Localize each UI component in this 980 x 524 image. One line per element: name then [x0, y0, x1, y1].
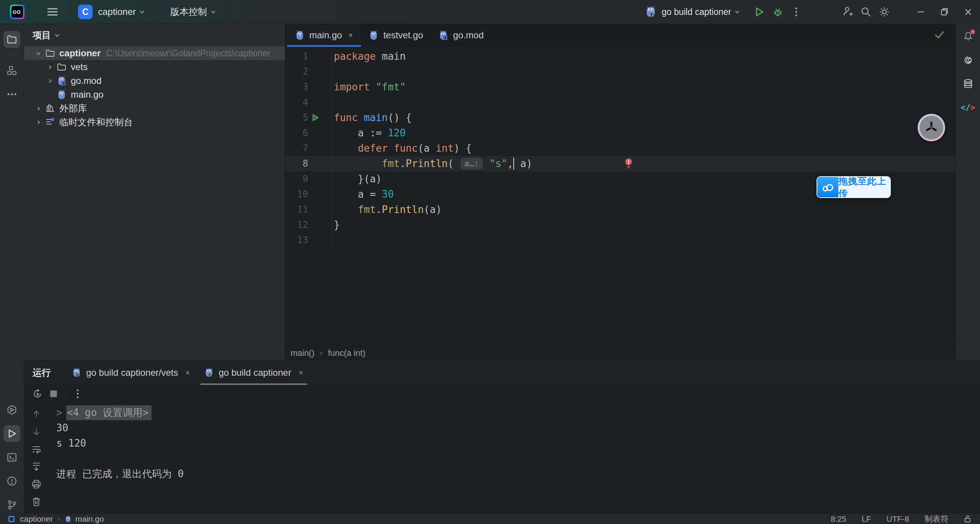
editor-tab-go-mod[interactable]: go.mod	[431, 24, 491, 46]
tree-item---------[interactable]: 临时文件和控制台	[24, 115, 285, 129]
scroll-to-end-button[interactable]	[28, 460, 44, 473]
code-line-1[interactable]: 1package main	[285, 49, 956, 64]
structure-tool-button[interactable]	[3, 62, 20, 79]
code-line-6[interactable]: 6 a := 120	[285, 125, 956, 141]
notifications-button[interactable]	[960, 28, 977, 45]
code-line-11[interactable]: 11 fmt.Println(a)	[285, 202, 956, 217]
minimize-button[interactable]	[909, 0, 933, 24]
project-tool-button[interactable]	[3, 31, 20, 48]
tree-item-captioner[interactable]: captionerC:\Users\meowr\GolandProjects\c…	[24, 46, 285, 60]
tree-expand-toggle[interactable]	[33, 51, 44, 56]
tree-item----[interactable]: 外部库	[24, 102, 285, 115]
database-button[interactable]	[960, 75, 977, 92]
line-number[interactable]: 4	[285, 97, 308, 108]
debug-button[interactable]	[769, 3, 787, 20]
run-tab-go-build-captioner-vets[interactable]: go build captioner/vets	[65, 360, 197, 385]
tree-item-main-go[interactable]: main.go	[24, 88, 285, 102]
intention-bulb[interactable]	[624, 158, 633, 169]
breadcrumb-item[interactable]: func(a int)	[328, 348, 366, 358]
indent-style[interactable]: 制表符	[924, 514, 949, 524]
intention-bulb-icon[interactable]	[624, 158, 633, 169]
close-window-button[interactable]	[956, 0, 980, 24]
code-token	[334, 142, 358, 154]
line-ending[interactable]: LF	[862, 514, 871, 524]
project-widget[interactable]: C captioner	[62, 3, 149, 20]
rerun-button[interactable]	[29, 386, 46, 401]
close-tab-icon[interactable]	[298, 370, 304, 375]
run-button[interactable]	[750, 3, 769, 20]
console-output[interactable]: ><4 go 设置调用>30s 120进程 已完成，退出代码为 0	[49, 403, 980, 513]
line-number[interactable]: 9	[285, 174, 308, 184]
next-occurrence-button[interactable]	[28, 426, 44, 438]
rerun-icon	[32, 388, 43, 399]
close-tab-icon[interactable]	[348, 33, 353, 38]
tree-expand-toggle[interactable]	[44, 78, 56, 84]
run-tab-go-build-captioner[interactable]: go build captioner	[197, 360, 310, 385]
code-line-3[interactable]: 3import "fmt"	[285, 79, 956, 95]
run-line-icon[interactable]	[311, 113, 320, 122]
line-number[interactable]: 1	[285, 51, 308, 62]
line-number[interactable]: 2	[285, 66, 308, 77]
terminal-tool-button[interactable]	[3, 449, 20, 466]
tree-item-vets[interactable]: vets	[24, 60, 285, 74]
drag-upload-widget[interactable]: 拖拽至此上传	[817, 176, 891, 198]
line-number[interactable]: 13	[285, 235, 308, 246]
endpoints-button[interactable]: </>	[960, 99, 977, 116]
close-tab-button[interactable]	[298, 370, 304, 375]
statusbar-project[interactable]: captioner	[20, 514, 53, 524]
statusbar-file[interactable]: main.go	[75, 514, 104, 524]
console-expand-toggle[interactable]: >	[56, 407, 62, 418]
code-line-13[interactable]: 13	[285, 233, 956, 248]
project-panel-header[interactable]: 项目	[24, 24, 285, 46]
more-actions-button[interactable]	[787, 3, 805, 20]
tree-item-go-mod[interactable]: go.mod	[24, 74, 285, 88]
code-line-12[interactable]: 12}	[285, 217, 956, 233]
main-menu-button[interactable]	[43, 3, 62, 20]
stop-button[interactable]	[46, 386, 62, 401]
line-number[interactable]: 7	[285, 143, 308, 154]
line-number[interactable]: 6	[285, 128, 308, 138]
code-line-5[interactable]: 5func main() {	[285, 110, 956, 125]
code-line-2[interactable]: 2	[285, 64, 956, 79]
unlock-icon[interactable]	[964, 515, 972, 523]
more-tool-windows-button[interactable]	[3, 86, 20, 103]
settings-button[interactable]	[875, 3, 893, 20]
close-tab-icon[interactable]	[185, 370, 190, 375]
tree-expand-toggle[interactable]	[44, 64, 56, 70]
line-number[interactable]: 8	[285, 158, 308, 169]
line-number[interactable]: 3	[285, 82, 308, 92]
breadcrumb-item[interactable]: main()	[291, 348, 314, 358]
soft-wrap-button[interactable]	[28, 443, 44, 455]
code-line-7[interactable]: 7 defer func(a int) {	[285, 141, 956, 156]
inspections-ok-icon[interactable]	[934, 29, 945, 40]
line-number[interactable]: 5	[285, 112, 308, 123]
git-tool-button[interactable]	[3, 496, 20, 513]
vcs-widget[interactable]: 版本控制	[167, 3, 220, 20]
run-configuration-widget[interactable]: go build captioner	[645, 5, 740, 18]
tree-expand-toggle[interactable]	[33, 120, 44, 125]
line-number[interactable]: 10	[285, 189, 308, 200]
floating-assistant-widget[interactable]	[918, 114, 945, 141]
file-encoding[interactable]: UTF-8	[887, 514, 910, 524]
problems-tool-button[interactable]	[3, 473, 20, 490]
clear-console-button[interactable]	[28, 496, 44, 508]
code-with-me-button[interactable]	[838, 3, 857, 20]
editor-tab-main-go[interactable]: main.go	[287, 24, 361, 46]
line-number[interactable]: 12	[285, 219, 308, 230]
code-line-4[interactable]: 4	[285, 95, 956, 110]
close-tab-button[interactable]	[185, 370, 190, 375]
editor-tab-testvet-go[interactable]: testvet.go	[361, 24, 431, 46]
search-everywhere-button[interactable]	[857, 3, 875, 20]
caret-position[interactable]: 8:25	[831, 514, 846, 524]
prev-occurrence-button[interactable]	[28, 408, 44, 420]
run-tool-button[interactable]	[3, 425, 20, 442]
ai-assistant-button[interactable]	[960, 52, 977, 69]
tree-expand-toggle[interactable]	[33, 106, 44, 111]
services-tool-button[interactable]	[3, 401, 20, 418]
print-button[interactable]	[28, 478, 44, 490]
close-tab-button[interactable]	[348, 33, 353, 38]
line-number[interactable]: 11	[285, 204, 308, 215]
restore-button[interactable]	[933, 0, 956, 24]
code-line-8[interactable]: 8 fmt.Println( a…: "s", a)	[285, 156, 956, 171]
run-more-options-button[interactable]	[70, 386, 86, 401]
